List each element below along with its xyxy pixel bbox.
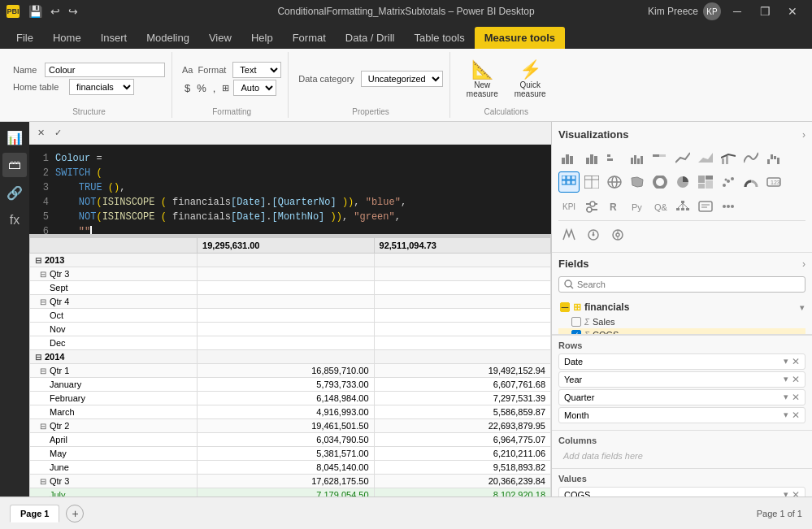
quick-measure-button[interactable]: ⚡ Quickmeasure [508, 56, 553, 102]
sidebar-data-btn[interactable]: 🗃 [2, 153, 27, 177]
rows-quarter-remove[interactable]: ✕ [792, 392, 800, 403]
fields-chevron[interactable]: › [802, 258, 805, 270]
user-avatar[interactable]: KP [703, 2, 721, 20]
tab-insert[interactable]: Insert [91, 27, 137, 49]
viz-fields-btn[interactable] [607, 224, 628, 245]
sidebar-dax-btn[interactable]: fx [2, 208, 27, 232]
format-select[interactable]: Text [232, 62, 281, 78]
new-measure-button[interactable]: 📐 Newmeasure [460, 56, 505, 102]
ribbon-format-fields: Aa Format Text $ % , ⊞ Auto [182, 62, 281, 96]
sales-check[interactable] [571, 317, 581, 327]
code-editor[interactable]: 1 Colour = 2 SWITCH ( 3 TRUE (), 4 NOT(I… [29, 145, 551, 234]
viz-icon-kpi[interactable]: KPI [558, 196, 580, 217]
expand-qtr3b[interactable]: ⊟ [40, 477, 46, 486]
viz-icon-gauge[interactable] [740, 171, 762, 193]
expand-qtr1[interactable]: ⊟ [40, 366, 46, 375]
new-measure-icon: 📐 [471, 59, 493, 80]
viz-format-btn[interactable] [558, 224, 580, 245]
tab-format[interactable]: Format [283, 27, 336, 49]
viz-icon-area[interactable] [695, 147, 716, 168]
datacategory-select[interactable]: Uncategorized [361, 71, 443, 87]
viz-icon-qna[interactable]: Q&A [649, 196, 671, 217]
tab-help[interactable]: Help [241, 27, 283, 49]
viz-icon-filled-map[interactable] [627, 171, 648, 193]
tab-view[interactable]: View [199, 27, 241, 49]
tab-table-tools[interactable]: Table tools [404, 27, 474, 49]
name-input[interactable] [45, 63, 165, 77]
viz-icon-clustered-bar[interactable] [604, 147, 625, 168]
expand-qtr4a[interactable]: ⊟ [40, 297, 46, 306]
viz-icon-line-col[interactable] [718, 147, 739, 168]
dollar-symbol[interactable]: $ [182, 81, 193, 95]
viz-icon-line[interactable] [672, 147, 693, 168]
expand-qtr3[interactable]: ⊟ [40, 270, 46, 279]
viz-icon-more[interactable] [718, 196, 739, 217]
rows-quarter-chevron[interactable]: ▾ [784, 392, 788, 403]
viz-icon-column[interactable] [581, 147, 602, 168]
viz-icon-smart-narrative[interactable] [695, 196, 716, 217]
viz-icon-map[interactable] [604, 171, 625, 193]
comma-symbol[interactable]: , [211, 81, 219, 95]
rows-month-chevron[interactable]: ▾ [784, 410, 788, 421]
viz-icon-r-visual[interactable]: R [604, 196, 625, 217]
viz-icon-clustered-col[interactable] [627, 147, 648, 168]
tab-file[interactable]: File [7, 27, 43, 49]
values-cogs-remove[interactable]: ✕ [792, 489, 800, 496]
field-section-financials-header[interactable]: ─ ⊞ financials ▾ [558, 299, 805, 315]
financials-checkbox[interactable]: ─ [560, 302, 570, 312]
rows-year-remove[interactable]: ✕ [792, 374, 800, 385]
page-tab-1[interactable]: Page 1 [10, 505, 59, 522]
auto-select[interactable]: Auto [233, 80, 276, 96]
editor-confirm-btn[interactable]: ✓ [51, 126, 65, 140]
undo-button[interactable]: ↩ [48, 5, 63, 18]
tab-home[interactable]: Home [43, 27, 91, 49]
viz-icon-card[interactable]: 123 [763, 171, 784, 193]
fields-search-input[interactable] [577, 280, 800, 289]
viz-icon-decomp-tree[interactable] [672, 196, 693, 217]
data-table-container[interactable]: 19,295,631.00 92,511,094.73 ⊟2013 ⊟Qtr 3 [29, 237, 551, 496]
rows-month-remove[interactable]: ✕ [792, 410, 800, 421]
rows-year-chevron[interactable]: ▾ [784, 374, 788, 385]
viz-analytics-btn[interactable] [583, 224, 604, 245]
minimize-button[interactable]: ─ [724, 0, 750, 23]
tab-modeling[interactable]: Modeling [137, 27, 199, 49]
format-extra[interactable]: ⊞ [219, 82, 232, 94]
fields-search-box[interactable] [558, 276, 805, 293]
redo-button[interactable]: ↪ [66, 5, 80, 18]
values-cogs-chevron[interactable]: ▾ [784, 489, 788, 496]
restore-button[interactable]: ❒ [752, 0, 778, 23]
field-item-sales[interactable]: Σ Sales [558, 315, 805, 328]
percent-symbol[interactable]: % [194, 81, 209, 95]
ribbon-group-structure: Name Home table financials Structure [7, 52, 172, 118]
table-row: January 5,793,733.00 6,607,761.68 [30, 378, 551, 392]
tab-measure-tools[interactable]: Measure tools [475, 27, 565, 49]
expand-2013[interactable]: ⊟ [35, 256, 41, 265]
expand-2014[interactable]: ⊟ [35, 353, 41, 362]
financials-expand[interactable]: ▾ [800, 303, 804, 312]
viz-icon-matrix[interactable] [558, 171, 580, 193]
viz-pane-chevron[interactable]: › [802, 129, 805, 141]
viz-icon-python[interactable]: Py [627, 196, 648, 217]
sidebar-report-btn[interactable]: 📊 [2, 125, 27, 150]
add-page-button[interactable]: + [66, 505, 84, 522]
viz-icon-ribbon[interactable] [740, 147, 762, 168]
viz-icon-table[interactable] [581, 171, 602, 193]
close-button[interactable]: ✕ [779, 0, 805, 23]
rows-date-chevron[interactable]: ▾ [784, 356, 788, 367]
viz-icon-pie[interactable] [672, 171, 693, 193]
sidebar-model-btn[interactable]: 🔗 [2, 180, 27, 205]
viz-icon-treemap[interactable] [695, 171, 716, 193]
editor-cancel-btn[interactable]: ✕ [34, 126, 48, 140]
viz-icon-donut[interactable] [649, 171, 671, 193]
viz-icon-bar[interactable] [558, 147, 580, 168]
tab-data-drill[interactable]: Data / Drill [336, 27, 405, 49]
hometable-select[interactable]: financials [69, 79, 134, 95]
viz-icon-100bar[interactable] [649, 147, 671, 168]
viz-icon-slicer[interactable] [581, 196, 602, 217]
viz-icon-scatter[interactable] [718, 171, 739, 193]
expand-qtr2[interactable]: ⊟ [40, 422, 46, 431]
table-row: Nov [30, 323, 551, 336]
save-button[interactable]: 💾 [26, 5, 45, 18]
viz-icon-waterfall[interactable] [763, 147, 784, 168]
rows-date-remove[interactable]: ✕ [792, 356, 800, 367]
